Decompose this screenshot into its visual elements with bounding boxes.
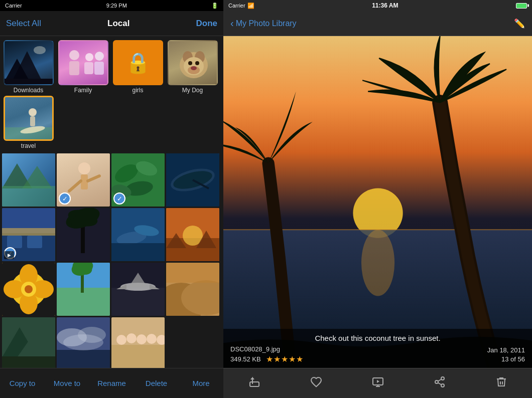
right-bottom-toolbar [223,368,532,398]
svg-rect-5 [69,61,79,75]
main-photo-container: Check out this coconut tree in sunset. D… [223,36,532,368]
folder-item-downloads[interactable]: Downloads [2,40,55,94]
svg-point-89 [63,334,103,350]
back-button[interactable]: ‹ My Photo Library [230,18,297,29]
svg-point-110 [441,384,444,387]
check-badge-2: ✓ [59,192,71,205]
select-all-button[interactable]: Select All [6,19,41,29]
photo-cell-13[interactable] [2,317,55,368]
svg-point-92 [126,333,137,343]
battery-icon [516,3,527,9]
svg-line-112 [438,379,441,381]
edit-icon[interactable]: ✏️ [514,18,525,29]
folder-thumb-downloads[interactable] [4,40,54,85]
delete-button[interactable]: Delete [134,379,179,387]
svg-rect-52 [111,243,165,261]
svg-line-28 [69,181,81,191]
photo-cell-9[interactable] [2,263,55,316]
rename-button[interactable]: Rename [89,379,134,387]
copy-to-button[interactable]: Copy to [0,379,45,387]
battery-label: 🔋 [211,3,218,9]
svg-marker-107 [377,380,379,383]
wifi-icon: 📶 [247,3,254,9]
svg-rect-2 [5,79,54,85]
photo-cell-11[interactable] [111,263,165,316]
folder-thumb-mydog[interactable] [168,40,218,85]
photo-cell-10[interactable] [57,263,110,316]
meta-right: Jan 18, 2011 13 of 56 [487,346,525,363]
photo-cell-1[interactable] [2,153,55,207]
favorite-button[interactable] [285,376,347,391]
delete-photo-button[interactable] [470,376,532,391]
share-social-button[interactable] [409,376,470,391]
share-button[interactable] [223,376,285,391]
meta-filename: DSC08028_9.jpg [230,345,304,353]
photo-cell-8[interactable] [166,208,219,261]
slideshow-button[interactable] [347,376,409,391]
svg-rect-102 [250,382,259,386]
meta-size: 349.52 KB [230,355,261,363]
left-title: Local [107,19,129,29]
move-to-button[interactable]: Move to [45,379,89,387]
svg-point-17 [191,66,197,70]
folder-label-mydog: My Dog [182,87,203,94]
folder-thumb-girls[interactable]: 🔒 [113,40,163,85]
photo-cell-2[interactable]: ✓ [57,153,110,207]
svg-rect-7 [84,62,93,74]
star-rating[interactable]: ★★★★★ [266,354,304,364]
photo-cell-15[interactable] [111,317,165,368]
svg-rect-84 [2,356,55,368]
right-battery [516,3,527,9]
photos-grid: ✓ ✓ [0,151,223,368]
svg-point-108 [441,377,444,380]
svg-rect-41 [7,236,22,248]
svg-rect-96 [111,345,165,368]
photo-cell-5[interactable]: ✓ ▶ [2,208,55,261]
photo-cell-3[interactable]: ✓ [111,153,165,207]
right-panel: Carrier 📶 11:36 AM ‹ My Photo Library ✏️ [223,0,532,398]
caption-text: Check out this coconut tree in sunset. [230,334,525,342]
right-time: 11:36 AM [372,2,398,9]
folder-label-downloads: Downloads [14,87,43,94]
svg-rect-86 [57,350,110,368]
svg-point-91 [116,335,126,345]
folder-item-mydog[interactable]: My Dog [166,40,219,94]
right-carrier-label: Carrier [228,3,245,9]
svg-point-94 [147,334,157,344]
folder-item-girls[interactable]: 🔒 girls [111,40,164,94]
folders-grid: Downloads Family [0,36,223,151]
more-button[interactable]: More [179,379,223,387]
svg-point-6 [85,53,93,61]
meta-count: 13 of 56 [501,355,525,363]
photo-cell-7[interactable] [111,208,165,261]
photo-cell-4[interactable] [166,153,219,207]
photo-cell-12[interactable] [166,263,219,316]
svg-point-109 [435,380,438,383]
svg-rect-42 [27,236,42,248]
check-badge-3: ✓ [113,192,125,205]
main-photo[interactable]: Check out this coconut tree in sunset. D… [223,36,532,368]
folder-item-travel[interactable]: travel [2,96,55,149]
svg-line-29 [88,176,99,181]
folder-item-family[interactable]: Family [57,40,109,94]
svg-point-15 [188,61,192,65]
svg-rect-72 [111,288,165,316]
back-chevron-icon: ‹ [230,18,234,29]
svg-point-65 [25,285,33,293]
svg-point-16 [195,61,199,65]
svg-point-8 [95,52,104,61]
left-time: 9:29 PM [106,3,127,9]
right-carrier: Carrier 📶 [228,3,254,9]
photo-cell-6[interactable] [57,208,110,261]
svg-rect-20 [30,116,35,126]
folder-thumb-travel[interactable] [4,96,54,141]
svg-point-19 [29,108,37,116]
folder-thumb-family[interactable] [58,40,108,85]
svg-point-100 [361,230,394,296]
svg-rect-25 [2,186,55,207]
done-button[interactable]: Done [196,19,218,29]
svg-point-3 [34,46,46,54]
back-label[interactable]: My Photo Library [236,19,297,28]
photo-cell-14[interactable] [57,317,110,368]
carrier-label: Carrier [5,3,22,9]
